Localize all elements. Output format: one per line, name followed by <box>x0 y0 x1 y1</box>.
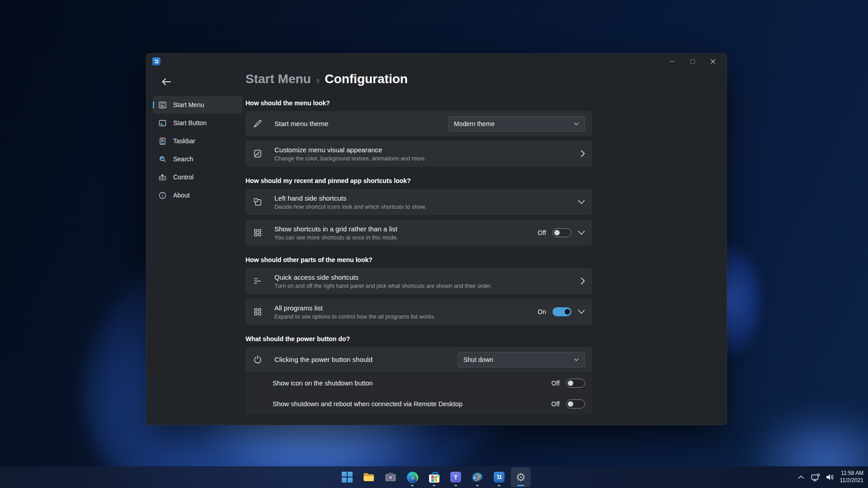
setting-row-start-menu-theme: Start menu theme Modern theme <box>245 111 592 136</box>
close-button[interactable] <box>703 55 723 68</box>
setting-row-customize-appearance[interactable]: Customize menu visual appearance Change … <box>245 141 592 167</box>
taskbar: T 11 ⚙ 11:58 AM 11/2/2021 <box>0 466 868 488</box>
setting-title: Clicking the power button should <box>274 356 458 363</box>
running-indicator <box>498 485 500 486</box>
taskbar-file-explorer-button[interactable] <box>359 467 379 487</box>
network-icon[interactable] <box>811 473 820 482</box>
paintbrush-icon <box>253 119 263 129</box>
sidebar-item-start-button[interactable]: Start Button <box>153 114 242 132</box>
image-icon <box>253 149 263 159</box>
power-action-dropdown[interactable]: Shut down <box>458 352 585 367</box>
running-indicator <box>454 485 457 486</box>
taskbar-start11-button[interactable]: 11 <box>489 467 509 487</box>
maximize-button[interactable] <box>682 55 703 68</box>
sidebar-item-label: Control <box>173 174 193 181</box>
taskbar-camera-button[interactable] <box>381 467 401 487</box>
back-button[interactable] <box>160 75 173 88</box>
start11-window: 11 Start Menu Start Button <box>146 53 727 425</box>
setting-row-quick-access[interactable]: Quick access side shortcuts Turn on and … <box>245 268 592 294</box>
dropdown-value: Modern theme <box>454 120 495 127</box>
edge-icon <box>407 472 418 483</box>
toggle-state-label: Off <box>538 229 546 236</box>
taskbar-settings-button[interactable]: ⚙ <box>511 467 531 487</box>
start11-app-icon: 11 <box>152 57 160 66</box>
setting-title: Show shutdown and reboot when connected … <box>273 400 552 408</box>
windows-start-icon <box>342 472 353 483</box>
minimize-button[interactable] <box>662 55 682 68</box>
start11-icon: 11 <box>494 472 505 483</box>
teams-icon: T <box>450 472 461 483</box>
sidebar-item-search[interactable]: Search <box>153 150 242 168</box>
sidebar: Start Menu Start Button Taskbar Search C… <box>153 96 242 204</box>
taskbar-start-button[interactable] <box>337 467 357 487</box>
chevron-down-icon <box>574 122 579 126</box>
taskbar-clock[interactable]: 11:58 AM 11/2/2021 <box>840 470 864 484</box>
breadcrumb-parent[interactable]: Start Menu <box>245 72 311 86</box>
running-indicator <box>433 485 435 486</box>
file-explorer-icon <box>363 472 375 482</box>
section-header: How should other parts of the menu look? <box>245 256 592 263</box>
taskbar-teams-button[interactable]: T <box>446 467 466 487</box>
taskbar-store-button[interactable] <box>424 467 444 487</box>
taskbar-edge-button[interactable] <box>402 467 422 487</box>
clock-date: 11/2/2021 <box>840 477 864 484</box>
grid-icon <box>253 228 263 238</box>
clock-time: 11:58 AM <box>840 470 864 477</box>
settings-gear-icon: ⚙ <box>516 472 526 483</box>
setting-subtitle: You can see more shortcuts at once in th… <box>274 235 538 241</box>
dropdown-value: Shut down <box>463 356 493 363</box>
grid-shortcuts-toggle[interactable] <box>552 228 571 237</box>
setting-title: Show shortcuts in a grid rather than a l… <box>274 225 538 233</box>
taskbar-icon <box>158 137 167 145</box>
setting-title: Left hand side shortcuts <box>274 194 578 202</box>
about-icon <box>158 191 167 200</box>
running-indicator <box>476 485 479 486</box>
search-icon <box>158 155 167 164</box>
start-menu-theme-dropdown[interactable]: Modern theme <box>448 116 585 131</box>
setting-subtitle: Turn on and off the right hand panel and… <box>274 283 580 289</box>
layout-icon <box>253 197 263 207</box>
toggle-state-label: On <box>538 308 546 315</box>
sidebar-item-label: Start Button <box>173 119 207 127</box>
camera-icon <box>385 472 396 482</box>
chevron-down-icon <box>574 358 579 361</box>
sidebar-item-about[interactable]: About <box>153 186 242 204</box>
active-window-indicator <box>517 485 524 486</box>
setting-row-grid-shortcuts[interactable]: Show shortcuts in a grid rather than a l… <box>245 220 592 246</box>
setting-row-all-programs[interactable]: All programs list Expand to see options … <box>245 299 592 325</box>
setting-subrow-remote-desktop: Show shutdown and reboot when connected … <box>245 394 592 414</box>
sidebar-item-control[interactable]: Control <box>153 168 242 186</box>
sidebar-item-label: About <box>173 192 190 199</box>
sidebar-item-label: Start Menu <box>173 101 204 108</box>
setting-subtitle: Expand to see options to control how the… <box>274 314 538 320</box>
power-sub-settings: Show icon on the shutdown button Off Sho… <box>245 373 592 414</box>
remote-desktop-toggle[interactable] <box>566 399 585 408</box>
sidebar-item-label: Taskbar <box>173 137 195 145</box>
all-programs-toggle[interactable] <box>552 307 571 316</box>
taskbar-paint-button[interactable] <box>467 467 487 487</box>
setting-title: All programs list <box>274 304 538 312</box>
chevron-down-icon <box>578 310 585 314</box>
setting-title: Customize menu visual appearance <box>274 146 580 154</box>
setting-title: Show icon on the shutdown button <box>273 380 552 387</box>
page-title: Configuration <box>325 72 408 86</box>
volume-icon[interactable] <box>826 473 835 482</box>
control-icon <box>158 173 167 182</box>
breadcrumb: Start Menu › Configuration <box>245 72 592 89</box>
setting-subtitle: Decide how shortcut icons look and which… <box>274 204 578 210</box>
main-content: Start Menu › Configuration How should th… <box>245 72 592 414</box>
toggle-state-label: Off <box>552 380 560 387</box>
start-button-icon <box>158 119 167 127</box>
microsoft-store-icon <box>429 474 439 483</box>
sidebar-item-label: Search <box>173 155 193 163</box>
setting-row-left-hand-shortcuts[interactable]: Left hand side shortcuts Decide how shor… <box>245 189 592 215</box>
section-header: How should my recent and pinned app shor… <box>245 177 592 184</box>
setting-title: Start menu theme <box>274 120 448 127</box>
shutdown-icon-toggle[interactable] <box>566 379 585 388</box>
paint-icon <box>472 472 483 483</box>
sidebar-item-taskbar[interactable]: Taskbar <box>153 132 242 150</box>
section-header: What should the power button do? <box>245 335 592 343</box>
titlebar: 11 <box>146 54 726 69</box>
sidebar-item-start-menu[interactable]: Start Menu <box>153 96 242 114</box>
hidden-icons-chevron-up-icon[interactable] <box>797 473 806 482</box>
